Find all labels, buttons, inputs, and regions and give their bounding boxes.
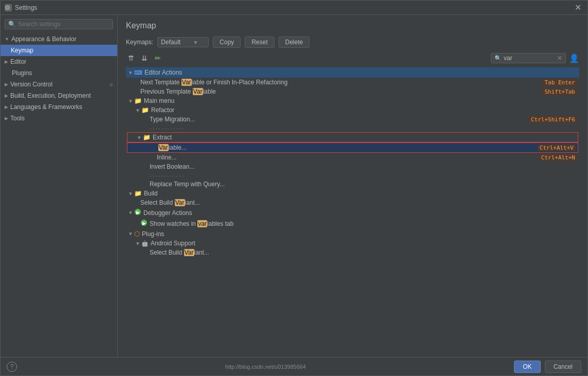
- inline-label: Inline...: [157, 154, 177, 161]
- android-build-variant-item[interactable]: Select Build Variant...: [126, 248, 579, 257]
- cancel-button[interactable]: Cancel: [545, 361, 581, 373]
- close-button[interactable]: ✕: [573, 4, 583, 12]
- search-right: 🔍 ✕ 👤: [491, 53, 579, 63]
- extract-item[interactable]: ▼ 📁 Extract: [127, 132, 578, 142]
- sidebar-item-keymap[interactable]: Keymap: [1, 45, 117, 56]
- bottom-bar: ? http://blog.csdn.net/u013985664 OK Can…: [1, 357, 587, 375]
- sidebar: 🔍 ▼ Appearance & Behavior Keymap ▶ Edito…: [1, 15, 118, 357]
- sidebar-item-version-control[interactable]: ▶ Version Control ⊕: [1, 79, 117, 90]
- expand-icon: ▼: [128, 191, 134, 196]
- toolbar-row: ⇈ ⇊ ✏ 🔍 ✕ 👤: [126, 53, 579, 63]
- type-migration-item[interactable]: Type Migration... Ctrl+Shift+F6: [126, 115, 579, 124]
- keymap-search-input[interactable]: [504, 55, 555, 62]
- debugger-actions-header[interactable]: ▼ ▶ Debugger Actions: [126, 207, 579, 218]
- person-icon[interactable]: 👤: [569, 53, 579, 63]
- sidebar-item-label: Tools: [10, 115, 25, 122]
- search-icon: 🔍: [8, 21, 16, 28]
- debugger-sub-icon: ▶: [140, 219, 148, 228]
- sidebar-item-label: Plugins: [5, 69, 32, 77]
- sidebar-search-input[interactable]: [18, 21, 109, 28]
- item-label: Select Build Variant...: [140, 199, 577, 206]
- extract-label: Extract: [153, 134, 172, 141]
- shortcut-badge: Ctrl+Alt+N: [539, 154, 577, 161]
- sidebar-item-appearance[interactable]: ▼ Appearance & Behavior: [1, 33, 117, 45]
- expand-icon: ▼: [135, 108, 141, 113]
- reset-button[interactable]: Reset: [245, 37, 274, 48]
- highlight: Var: [184, 249, 194, 256]
- android-support-item[interactable]: ▼ 🤖 Android Support: [126, 239, 579, 248]
- build-header[interactable]: ▼ 📁 Build: [126, 189, 579, 198]
- editor-actions-header[interactable]: ▼ ⌨ Editor Actions: [126, 67, 579, 78]
- main-panel: Keymap Keymaps: Default ▼ Copy Reset Del…: [118, 15, 587, 357]
- svg-text:▶: ▶: [136, 210, 140, 215]
- window-title: Settings: [15, 4, 37, 11]
- inline-item[interactable]: Inline... Ctrl+Alt+N: [126, 153, 579, 162]
- edit-icon[interactable]: ✏: [153, 53, 163, 63]
- sidebar-item-editor[interactable]: ▶ Editor: [1, 56, 117, 67]
- highlight: Var: [193, 88, 203, 95]
- search-icon: 🔍: [494, 55, 502, 62]
- expand-icon: ▼: [128, 210, 134, 216]
- panel-title: Keymap: [126, 21, 579, 30]
- main-menu-header[interactable]: ▼ 📁 Main menu: [126, 96, 579, 105]
- ok-button[interactable]: OK: [514, 361, 540, 373]
- show-watches-item[interactable]: ▶ Show watches in variables tab: [126, 218, 579, 229]
- next-template-variable-item[interactable]: Next Template Variable or Finish In-Plac…: [126, 78, 579, 87]
- editor-actions-label: Editor Actions: [144, 69, 182, 76]
- sidebar-item-label: Appearance & Behavior: [11, 35, 77, 43]
- keymap-search-field[interactable]: 🔍 ✕: [491, 53, 566, 63]
- sidebar-item-tools[interactable]: ▶ Tools: [1, 113, 117, 124]
- separator-label: ------------: [150, 125, 185, 131]
- refactor-item[interactable]: ▼ 📁 Refactor: [126, 105, 579, 115]
- expand-icon: ▼: [137, 135, 143, 140]
- shortcut-badge: Tab Enter: [542, 79, 577, 86]
- arrow-icon: ▼: [5, 37, 9, 42]
- sidebar-search[interactable]: 🔍: [5, 19, 113, 29]
- prev-template-variable-item[interactable]: Previous Template Variable Shift+Tab: [126, 87, 579, 96]
- bottom-right: OK Cancel: [514, 361, 581, 373]
- sidebar-item-build[interactable]: ▶ Build, Execution, Deployment: [1, 90, 117, 101]
- arrow-icon: ▶: [5, 104, 8, 110]
- sidebar-item-label: Languages & Frameworks: [10, 103, 82, 111]
- separator-label: ------------: [150, 172, 185, 178]
- item-label: Next Template Variable or Finish In-Plac…: [140, 79, 542, 86]
- editor-actions-icon: ⌨: [134, 69, 142, 76]
- invert-boolean-item[interactable]: Invert Boolean...: [126, 162, 579, 171]
- android-support-label: Android Support: [151, 240, 195, 247]
- title-bar-left: ⚙ Settings: [5, 4, 37, 11]
- expand-icon: ▼: [128, 98, 134, 104]
- arrow-icon: ▶: [5, 93, 8, 98]
- item-label: Show watches in variables tab: [150, 220, 577, 227]
- sidebar-item-plugins[interactable]: Plugins: [1, 67, 117, 79]
- sidebar-item-languages[interactable]: ▶ Languages & Frameworks: [1, 101, 117, 113]
- collapse-all-icon[interactable]: ⇊: [139, 53, 150, 63]
- clear-search-icon[interactable]: ✕: [557, 55, 562, 62]
- highlight: Var: [181, 79, 192, 86]
- arrow-icon: ▶: [5, 59, 8, 64]
- main-content: 🔍 ▼ Appearance & Behavior Keymap ▶ Edito…: [1, 15, 587, 357]
- arrow-icon: ▶: [5, 82, 8, 87]
- item-label: Select Build Variant...: [150, 249, 577, 256]
- highlight: var: [197, 220, 207, 227]
- expand-all-icon[interactable]: ⇈: [126, 53, 136, 63]
- replace-temp-label: Replace Temp with Query...: [150, 181, 225, 188]
- keymap-select[interactable]: Default ▼: [157, 37, 209, 47]
- plugins-label: Plug-ins: [142, 230, 164, 238]
- variable-item[interactable]: Variable... Ctrl+Alt+V: [127, 142, 578, 153]
- shortcut-badge: Ctrl+Shift+F6: [529, 116, 577, 123]
- help-button[interactable]: ?: [7, 362, 17, 372]
- select-build-variant-item[interactable]: Select Build Variant...: [126, 198, 579, 207]
- expand-icon: ▼: [128, 70, 134, 76]
- copy-button[interactable]: Copy: [213, 37, 241, 48]
- debugger-actions-label: Debugger Actions: [143, 209, 192, 217]
- replace-temp-item[interactable]: Replace Temp with Query...: [126, 180, 579, 189]
- keymap-value: Default: [161, 39, 191, 46]
- tree-content: ▼ ⌨ Editor Actions Next Template Variabl…: [126, 67, 579, 351]
- plugins-header[interactable]: ▼ ⬡ Plug-ins: [126, 229, 579, 239]
- shortcut-badge: Shift+Tab: [542, 88, 577, 95]
- delete-button[interactable]: Delete: [279, 37, 310, 48]
- settings-window: ⚙ Settings ✕ 🔍 ▼ Appearance & Behavior K…: [0, 0, 588, 376]
- sidebar-item-label: Build, Execution, Deployment: [10, 92, 91, 99]
- android-icon: 🤖: [141, 240, 149, 247]
- sidebar-item-label: Version Control: [10, 81, 52, 88]
